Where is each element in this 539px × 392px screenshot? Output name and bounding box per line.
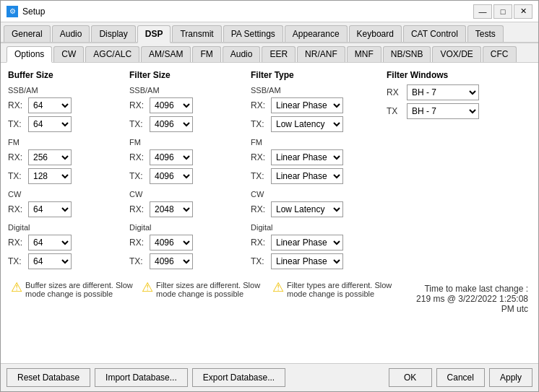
filter-windows-tx-select[interactable]: BH - 7BH - 4HannHamming — [407, 103, 479, 119]
buffer-fm-label: FM — [8, 138, 124, 147]
filter-type-fm-label: FM — [251, 138, 381, 147]
filter-type-ssb-rx-select[interactable]: Linear PhaseLow LatencyHybrid — [271, 97, 343, 113]
sub-tab-nr-anf[interactable]: NR/ANF — [297, 46, 345, 62]
filter-size-ssb-tx-select[interactable]: 512102420484096 — [150, 116, 193, 132]
tab-display[interactable]: Display — [91, 25, 135, 42]
filter-windows-section: Filter Windows RX BH - 7BH - 4HannHammin… — [387, 70, 517, 272]
filter-size-fm-label: FM — [129, 138, 245, 147]
window-icon: ⚙ — [7, 6, 18, 17]
reset-database-button[interactable]: Reset Database — [7, 368, 90, 387]
filter-type-cw-rx-select[interactable]: Linear PhaseLow LatencyHybrid — [271, 201, 343, 217]
sub-tab-am-sam[interactable]: AM/SAM — [141, 46, 191, 62]
buffer-fm-tx-select[interactable]: 64128256512 — [28, 168, 72, 184]
tab-pa-settings[interactable]: PA Settings — [223, 25, 283, 42]
filter-windows-rx-row: RX BH - 7BH - 4HannHamming — [387, 84, 517, 100]
buffer-ssb-am-label: SSB/AM — [8, 86, 124, 95]
filter-size-ssb-rx-row: RX: 512102420484096 — [129, 97, 245, 113]
filter-type-fm-tx-row: TX: Linear PhaseLow LatencyHybrid — [251, 168, 381, 184]
buffer-digital-tx-select[interactable]: 64128256 — [28, 253, 72, 269]
filter-size-warning-icon: ⚠ — [142, 279, 153, 295]
filter-size-cw-rx-label: RX: — [129, 204, 150, 214]
sub-tab-fm[interactable]: FM — [192, 46, 220, 62]
sub-tab-vox-de[interactable]: VOX/DE — [432, 46, 480, 62]
filter-type-ssb-tx-label: TX: — [251, 119, 271, 129]
sub-tab-cfc[interactable]: CFC — [483, 46, 517, 62]
sub-tab-mnf[interactable]: MNF — [347, 46, 381, 62]
filter-type-fm-rx-select[interactable]: Linear PhaseLow LatencyHybrid — [271, 149, 343, 165]
filter-type-digital-rx-label: RX: — [251, 238, 271, 248]
filter-type-fm-rx-row: RX: Linear PhaseLow LatencyHybrid — [251, 149, 381, 165]
filter-type-digital-label: Digital — [251, 223, 381, 232]
timestamp-value: 219 ms @ 3/22/2022 1:25:08 PM utc — [403, 294, 528, 314]
filter-type-ssb-tx-select[interactable]: Linear PhaseLow LatencyHybrid — [271, 116, 343, 132]
buffer-ssb-rx-row: RX: 64128256512 — [8, 97, 124, 113]
close-button[interactable]: ✕ — [514, 4, 532, 19]
maximize-button[interactable]: □ — [493, 4, 512, 19]
filter-type-fm-tx-select[interactable]: Linear PhaseLow LatencyHybrid — [271, 168, 343, 184]
sub-tab-options[interactable]: Options — [7, 46, 52, 63]
sub-tab-bar: Options CW AGC/ALC AM/SAM FM Audio EER N… — [1, 43, 538, 63]
timestamp-box: Time to make last change : 219 ms @ 3/22… — [403, 281, 528, 314]
filter-type-fm-rx-label: RX: — [251, 152, 271, 162]
filter-size-digital-tx-select[interactable]: 512102420484096 — [150, 253, 193, 269]
sub-tab-audio[interactable]: Audio — [223, 46, 261, 62]
filter-size-ssb-rx-select[interactable]: 512102420484096 — [150, 97, 193, 113]
buffer-ssb-rx-label: RX: — [8, 100, 28, 110]
tab-appearance[interactable]: Appearance — [285, 25, 348, 42]
title-bar-buttons: — □ ✕ — [473, 4, 532, 19]
filter-size-cw-rx-select[interactable]: 512102420484096 — [150, 201, 193, 217]
filter-type-title: Filter Type — [251, 70, 381, 80]
filter-type-digital-tx-label: TX: — [251, 256, 271, 266]
filter-type-cw-rx-label: RX: — [251, 204, 271, 214]
import-database-button[interactable]: Import Database... — [95, 368, 188, 387]
sub-tab-nb-snb[interactable]: NB/SNB — [383, 46, 431, 62]
filter-type-digital-tx-select[interactable]: Linear PhaseLow LatencyHybrid — [271, 253, 343, 269]
filter-size-digital-label: Digital — [129, 223, 245, 232]
tab-dsp[interactable]: DSP — [137, 25, 171, 43]
export-database-button[interactable]: Export Database... — [192, 368, 285, 387]
tab-transmit[interactable]: Transmit — [172, 25, 221, 42]
bottom-bar: Reset Database Import Database... Export… — [1, 363, 538, 391]
buffer-warning: ⚠ Buffer sizes are different. Slow mode … — [11, 281, 136, 298]
buffer-cw-rx-select[interactable]: 64128256 — [28, 201, 72, 217]
buffer-digital-label: Digital — [8, 223, 124, 232]
buffer-fm-rx-row: RX: 64128256512 — [8, 149, 124, 165]
filter-type-section: Filter Type SSB/AM RX: Linear PhaseLow L… — [251, 70, 381, 272]
buffer-ssb-rx-select[interactable]: 64128256512 — [28, 97, 72, 113]
filter-size-ssb-tx-row: TX: 512102420484096 — [129, 116, 245, 132]
ok-button[interactable]: OK — [389, 368, 432, 387]
filter-type-ssb-rx-label: RX: — [251, 100, 271, 110]
sub-tab-cw[interactable]: CW — [53, 46, 84, 62]
filter-type-digital-rx-select[interactable]: Linear PhaseLow LatencyHybrid — [271, 235, 343, 251]
buffer-fm-rx-select[interactable]: 64128256512 — [28, 149, 72, 165]
filter-size-fm-tx-select[interactable]: 512102420484096 — [150, 168, 193, 184]
filter-size-digital-rx-select[interactable]: 512102420484096 — [150, 235, 193, 251]
buffer-digital-rx-select[interactable]: 64128256 — [28, 235, 72, 251]
cancel-button[interactable]: Cancel — [436, 368, 485, 387]
filter-windows-rx-select[interactable]: BH - 7BH - 4HannHamming — [407, 84, 479, 100]
buffer-ssb-tx-select[interactable]: 64128256512 — [28, 116, 72, 132]
filter-size-fm-rx-select[interactable]: 512102420484096 — [150, 149, 193, 165]
minimize-button[interactable]: — — [473, 4, 492, 19]
filter-size-digital-rx-row: RX: 512102420484096 — [129, 235, 245, 251]
buffer-warning-text: Buffer sizes are different. Slow mode ch… — [25, 281, 136, 298]
filter-type-ssb-am-label: SSB/AM — [251, 86, 381, 95]
tab-audio[interactable]: Audio — [52, 25, 90, 42]
main-tab-bar: General Audio Display DSP Transmit PA Se… — [1, 22, 538, 43]
tab-cat-control[interactable]: CAT Control — [403, 25, 466, 42]
filter-size-ssb-rx-label: RX: — [129, 100, 150, 110]
tab-keyboard[interactable]: Keyboard — [349, 25, 402, 42]
filter-windows-rx-label: RX — [387, 87, 407, 97]
sub-tab-eer[interactable]: EER — [262, 46, 296, 62]
buffer-cw-label: CW — [8, 190, 124, 199]
filter-type-ssb-tx-row: TX: Linear PhaseLow LatencyHybrid — [251, 116, 381, 132]
filter-size-fm-rx-label: RX: — [129, 152, 150, 162]
apply-button[interactable]: Apply — [489, 368, 532, 387]
sub-tab-agc-alc[interactable]: AGC/ALC — [85, 46, 139, 62]
tab-tests[interactable]: Tests — [467, 25, 504, 42]
filter-type-fm-tx-label: TX: — [251, 171, 271, 181]
filter-size-digital-tx-row: TX: 512102420484096 — [129, 253, 245, 269]
tab-general[interactable]: General — [4, 25, 51, 42]
filter-size-warning-text: Filter sizes are different. Slow mode ch… — [156, 281, 267, 298]
filter-type-digital-rx-row: RX: Linear PhaseLow LatencyHybrid — [251, 235, 381, 251]
